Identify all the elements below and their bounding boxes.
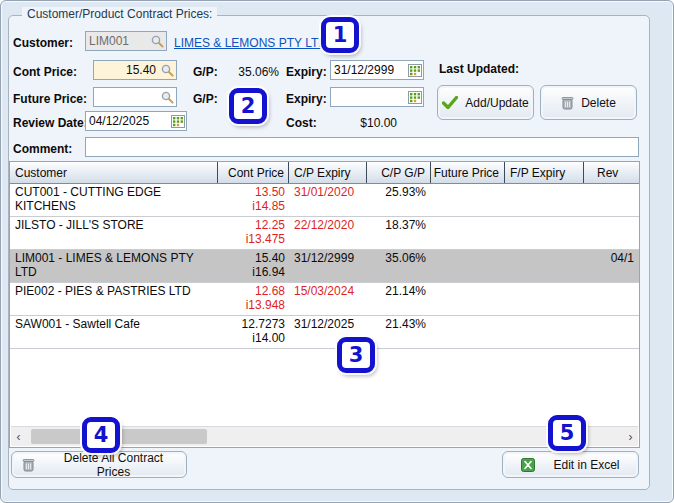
- cell-cont-price: 13.50i14.85: [218, 184, 289, 216]
- cell-cp-expiry: 22/12/2020: [289, 217, 367, 249]
- cont-expiry-label: Expiry:: [286, 65, 327, 79]
- add-update-button[interactable]: Add/Update: [437, 85, 534, 120]
- cell-cp-gp: 21.43%: [367, 316, 431, 348]
- table-row[interactable]: SAW001 - Sawtell Cafe 12.7273i14.00 31/1…: [10, 316, 639, 349]
- customer-code-field[interactable]: [85, 31, 167, 51]
- review-date-calendar-button[interactable]: [169, 113, 186, 129]
- calendar-icon: [171, 115, 185, 128]
- cell-cp-gp: 21.14%: [367, 283, 431, 315]
- trash-icon: [22, 458, 35, 472]
- delete-all-contract-prices-button[interactable]: Delete All Contract Prices: [11, 451, 187, 478]
- future-gp-label: G/P:: [193, 92, 218, 106]
- magnifier-icon: [151, 35, 164, 48]
- cost-label: Cost:: [286, 116, 317, 130]
- groupbox-title: Customer/Product Contract Prices:: [22, 7, 217, 21]
- customer-lookup-button[interactable]: [149, 33, 166, 49]
- cell-cont-price: 15.40i16.94: [218, 250, 289, 282]
- comment-input[interactable]: [86, 139, 638, 155]
- column-header-cp-gp[interactable]: C/P G/P: [367, 162, 431, 183]
- cell-review: [584, 283, 639, 315]
- cell-cp-gp: 18.37%: [367, 217, 431, 249]
- cell-cont-price: 12.68i13.948: [218, 283, 289, 315]
- trash-icon: [561, 96, 574, 110]
- customer-name-link[interactable]: LIMES & LEMONS PTY LTD: [174, 36, 327, 50]
- cell-cont-price: 12.25i13.475: [218, 217, 289, 249]
- cell-cp-expiry: 15/03/2024: [289, 283, 367, 315]
- future-price-input[interactable]: [94, 89, 159, 105]
- edit-in-excel-label: Edit in Excel: [553, 458, 619, 472]
- cell-customer: SAW001 - Sawtell Cafe: [10, 316, 218, 348]
- add-update-label: Add/Update: [465, 96, 528, 110]
- calendar-icon: [408, 91, 422, 104]
- callout-3: 3: [337, 337, 375, 373]
- cell-fp-expiry: [505, 217, 584, 249]
- column-header-customer[interactable]: Customer: [10, 162, 218, 183]
- cont-price-field[interactable]: [93, 60, 177, 80]
- cont-expiry-calendar-button[interactable]: [406, 62, 423, 78]
- cont-expiry-field[interactable]: [330, 60, 424, 80]
- customer-code-input[interactable]: [86, 33, 149, 49]
- contract-prices-window: Customer/Product Contract Prices: Custom…: [0, 0, 674, 503]
- future-expiry-input[interactable]: [331, 89, 406, 105]
- cell-future-price: [431, 283, 505, 315]
- future-price-lookup-button[interactable]: [159, 89, 176, 105]
- cell-cp-gp: 35.06%: [367, 250, 431, 282]
- column-header-review[interactable]: Rev: [584, 162, 639, 183]
- cell-future-price: [431, 184, 505, 216]
- cell-review: [584, 316, 639, 348]
- comment-field[interactable]: [85, 137, 639, 157]
- cell-fp-expiry: [505, 316, 584, 348]
- cell-review: [584, 184, 639, 216]
- cont-price-lookup-button[interactable]: [159, 62, 176, 78]
- future-expiry-label: Expiry:: [286, 92, 327, 106]
- cost-value: $10.00: [341, 116, 397, 130]
- cell-future-price: [431, 217, 505, 249]
- future-price-field[interactable]: [93, 87, 177, 107]
- cell-review: 04/1: [584, 250, 639, 282]
- last-updated-label: Last Updated:: [439, 62, 519, 76]
- column-header-cp-expiry[interactable]: C/P Expiry: [289, 162, 367, 183]
- cell-customer: PIE002 - PIES & PASTRIES LTD: [10, 283, 218, 315]
- future-expiry-field[interactable]: [330, 87, 424, 107]
- cell-cp-expiry: 31/01/2020: [289, 184, 367, 216]
- cell-fp-expiry: [505, 283, 584, 315]
- cell-future-price: [431, 250, 505, 282]
- table-row[interactable]: PIE002 - PIES & PASTRIES LTD 12.68i13.94…: [10, 283, 639, 316]
- delete-label: Delete: [581, 96, 616, 110]
- customer-label: Customer:: [13, 36, 73, 50]
- callout-4: 4: [82, 417, 120, 453]
- future-expiry-calendar-button[interactable]: [406, 89, 423, 105]
- cont-price-input[interactable]: [94, 62, 159, 78]
- column-header-fp-expiry[interactable]: F/P Expiry: [505, 162, 584, 183]
- column-header-cont-price[interactable]: Cont Price: [218, 162, 289, 183]
- review-date-field[interactable]: [85, 111, 187, 131]
- cell-customer: LIM001 - LIMES & LEMONS PTY LTD: [10, 250, 218, 282]
- table-row-selected[interactable]: LIM001 - LIMES & LEMONS PTY LTD 15.40i16…: [10, 250, 639, 283]
- cell-customer: JILSTO - JILL'S STORE: [10, 217, 218, 249]
- cell-review: [584, 217, 639, 249]
- cont-gp-label: G/P:: [193, 65, 218, 79]
- cell-future-price: [431, 316, 505, 348]
- review-date-label: Review Date:: [13, 116, 88, 130]
- table-row[interactable]: CUT001 - CUTTING EDGE KITCHENS 13.50i14.…: [10, 184, 639, 217]
- cont-expiry-input[interactable]: [331, 62, 406, 78]
- table-header-row: Customer Cont Price C/P Expiry C/P G/P F…: [10, 162, 639, 184]
- future-price-label: Future Price:: [13, 92, 87, 106]
- excel-icon: [521, 458, 535, 472]
- magnifier-icon: [161, 91, 174, 104]
- review-date-input[interactable]: [86, 113, 169, 129]
- scroll-right-arrow[interactable]: ›: [623, 427, 638, 446]
- calendar-icon: [408, 64, 422, 77]
- edit-in-excel-button[interactable]: Edit in Excel: [502, 451, 639, 478]
- delete-button[interactable]: Delete: [540, 85, 637, 120]
- callout-1: 1: [321, 17, 359, 53]
- scroll-left-arrow[interactable]: ‹: [11, 427, 26, 446]
- contract-prices-table: Customer Cont Price C/P Expiry C/P G/P F…: [9, 161, 640, 448]
- callout-5: 5: [548, 415, 586, 451]
- cell-cp-expiry: 31/12/2999: [289, 250, 367, 282]
- cell-fp-expiry: [505, 184, 584, 216]
- table-row[interactable]: JILSTO - JILL'S STORE 12.25i13.475 22/12…: [10, 217, 639, 250]
- cell-cont-price: 12.7273i14.00: [218, 316, 289, 348]
- cont-price-label: Cont Price:: [13, 65, 77, 79]
- column-header-future-price[interactable]: Future Price: [431, 162, 505, 183]
